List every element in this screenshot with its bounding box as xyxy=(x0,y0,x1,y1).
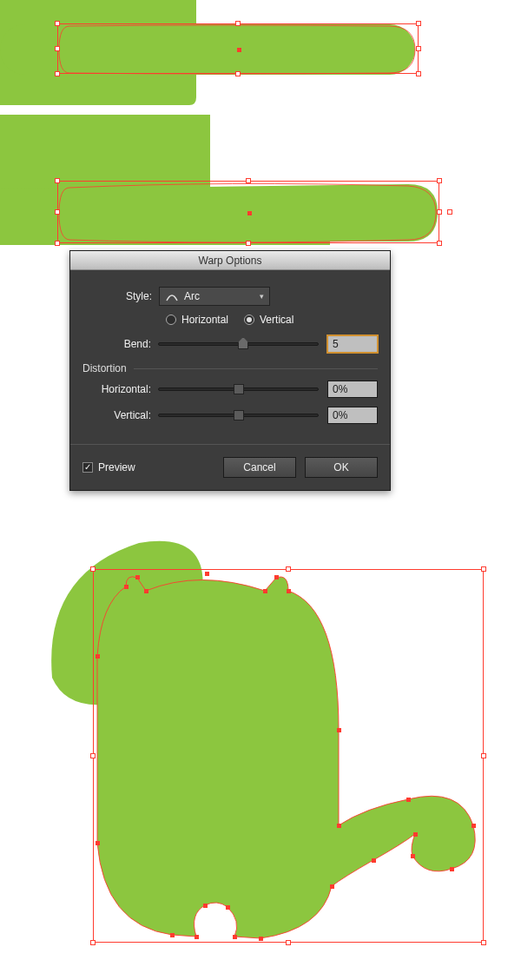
distortion-v-label: Vertical: xyxy=(82,409,158,421)
sel-handle[interactable] xyxy=(286,940,291,945)
bend-input[interactable]: 5 xyxy=(327,335,378,353)
sel-handle[interactable] xyxy=(246,178,251,183)
ok-button[interactable]: OK xyxy=(305,457,378,478)
sel-center[interactable] xyxy=(237,48,241,52)
svg-rect-17 xyxy=(233,935,237,939)
radio-label: Vertical xyxy=(260,314,293,326)
svg-rect-16 xyxy=(259,937,263,941)
distortion-header: Distortion xyxy=(82,362,127,374)
top-canvas-region xyxy=(0,0,521,252)
sel-handle[interactable] xyxy=(437,209,442,215)
svg-rect-19 xyxy=(203,904,208,908)
radio-icon xyxy=(244,315,254,325)
sel-handle[interactable] xyxy=(416,71,421,76)
bottom-canvas-region xyxy=(0,504,521,980)
style-select[interactable]: Arc ▾ xyxy=(159,287,270,306)
warp-options-dialog: Warp Options Style: Arc ▾ Horizontal Ver… xyxy=(69,250,391,491)
svg-rect-22 xyxy=(96,841,100,845)
sel-handle[interactable] xyxy=(90,753,96,758)
svg-rect-6 xyxy=(287,589,291,593)
dialog-title: Warp Options xyxy=(70,251,390,270)
sel-handle[interactable] xyxy=(437,178,442,183)
svg-rect-23 xyxy=(96,654,100,659)
svg-rect-2 xyxy=(144,589,148,593)
green-bar-lower xyxy=(0,184,438,242)
character-body xyxy=(97,577,475,938)
sel-handle[interactable] xyxy=(55,46,60,51)
rule xyxy=(134,368,378,369)
svg-rect-10 xyxy=(472,824,476,828)
distortion-h-slider[interactable] xyxy=(158,382,319,396)
svg-rect-3 xyxy=(205,572,209,576)
sel-handle-extra[interactable] xyxy=(447,209,452,215)
sel-handle[interactable] xyxy=(55,71,60,76)
slider-thumb[interactable] xyxy=(234,410,244,420)
svg-rect-21 xyxy=(170,933,175,937)
svg-rect-13 xyxy=(413,832,418,837)
svg-rect-18 xyxy=(226,905,230,910)
svg-rect-15 xyxy=(330,884,334,889)
slider-thumb[interactable] xyxy=(238,337,248,349)
svg-rect-0 xyxy=(124,585,129,589)
sel-handle[interactable] xyxy=(481,566,486,572)
bend-label: Bend: xyxy=(82,338,158,350)
sel-handle[interactable] xyxy=(481,940,486,945)
style-value: Arc xyxy=(184,290,200,302)
slider-thumb[interactable] xyxy=(234,384,244,394)
sel-handle[interactable] xyxy=(55,241,60,246)
svg-rect-4 xyxy=(263,589,267,593)
radio-label: Horizontal xyxy=(181,314,228,326)
bend-slider[interactable] xyxy=(158,337,319,351)
cancel-button[interactable]: Cancel xyxy=(223,457,296,478)
sel-center[interactable] xyxy=(247,211,252,215)
svg-rect-5 xyxy=(274,575,279,579)
sel-handle[interactable] xyxy=(235,21,241,26)
green-bar-upper xyxy=(0,24,415,75)
distortion-v-slider[interactable] xyxy=(158,408,319,422)
sel-handle[interactable] xyxy=(235,71,241,76)
distortion-v-input[interactable]: 0% xyxy=(327,407,378,424)
sel-handle[interactable] xyxy=(416,46,421,51)
distortion-h-input[interactable]: 0% xyxy=(327,381,378,398)
checkbox-icon: ✓ xyxy=(82,462,93,473)
svg-rect-14 xyxy=(372,858,376,863)
sel-handle[interactable] xyxy=(90,566,96,572)
sel-handle[interactable] xyxy=(416,21,421,26)
orientation-vertical-radio[interactable]: Vertical xyxy=(244,314,293,326)
style-label: Style: xyxy=(82,290,159,302)
sel-handle[interactable] xyxy=(437,241,442,246)
svg-rect-11 xyxy=(450,867,454,871)
svg-rect-7 xyxy=(337,728,341,732)
sel-handle[interactable] xyxy=(55,21,60,26)
preview-label: Preview xyxy=(98,461,135,473)
distortion-h-label: Horizontal: xyxy=(82,383,158,395)
svg-rect-20 xyxy=(195,935,199,939)
radio-icon xyxy=(166,315,176,325)
sel-handle[interactable] xyxy=(246,241,251,246)
orientation-horizontal-radio[interactable]: Horizontal xyxy=(166,314,228,326)
sel-handle[interactable] xyxy=(55,209,60,215)
svg-rect-1 xyxy=(135,575,140,579)
sel-handle[interactable] xyxy=(90,940,96,945)
svg-rect-8 xyxy=(337,824,341,828)
sel-handle[interactable] xyxy=(481,753,486,758)
svg-rect-9 xyxy=(406,798,411,802)
preview-checkbox[interactable]: ✓ Preview xyxy=(82,461,135,473)
dropdown-caret-icon: ▾ xyxy=(260,292,264,301)
sel-handle[interactable] xyxy=(55,178,60,183)
svg-rect-12 xyxy=(411,854,415,858)
sel-handle[interactable] xyxy=(286,566,291,572)
arc-style-icon xyxy=(165,290,179,302)
